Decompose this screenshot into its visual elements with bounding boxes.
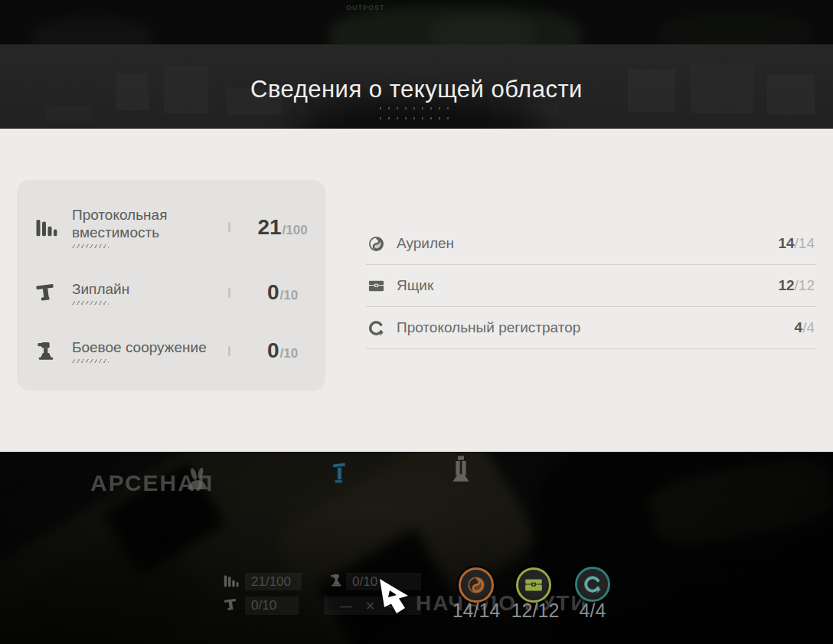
separator-tick — [228, 288, 230, 298]
dots-decoration — [380, 117, 453, 119]
badge-count: 4/4 — [580, 600, 606, 622]
list-item-value: 12 /12 — [778, 277, 815, 294]
count-current: 12 — [778, 277, 794, 294]
zipline-icon — [32, 279, 60, 306]
aurilen-icon — [466, 575, 486, 595]
rabbit-icon — [186, 467, 209, 496]
stat-value: 0 /10 — [240, 280, 325, 305]
list-item-value: 4 /4 — [795, 319, 815, 336]
collectible-list: Аурилен 14 /14 Ящик 12 — [366, 223, 816, 349]
list-item-label: Аурилен — [397, 235, 454, 252]
map-turret-marker — [449, 455, 473, 489]
hatch-decoration — [72, 359, 109, 363]
separator-tick — [228, 346, 230, 356]
count-current: 4 — [795, 319, 803, 336]
stat-label: Зиплайн — [72, 280, 214, 298]
map-terrain-blob — [31, 18, 153, 44]
stat-row-zipline: Зиплайн 0 /10 — [17, 279, 325, 306]
bar-chart-icon — [223, 573, 239, 592]
aurilen-icon — [366, 234, 386, 253]
badge-count: 14/14 — [452, 600, 501, 622]
turret-icon — [329, 573, 344, 590]
page-title: Сведения о текущей области — [0, 76, 833, 103]
hud-chip-value: 21/100 — [251, 574, 291, 590]
list-item-protocol-recorder[interactable]: Протокольный регистратор 4 /4 — [366, 307, 816, 349]
title-band: Сведения о текущей области — [0, 44, 833, 129]
stat-value-total: /100 — [283, 223, 308, 238]
separator-tick — [228, 222, 230, 232]
badge-aurilen[interactable] — [459, 567, 494, 603]
count-total: /12 — [795, 277, 815, 294]
chest-icon — [366, 276, 386, 296]
stat-row-combat-structure: Боевое сооружение 0 /10 — [17, 337, 325, 364]
recorder-icon — [366, 318, 386, 338]
glyph-decoration — [46, 106, 92, 123]
stat-label: Протокольная вместимость — [72, 206, 214, 241]
bar-chart-icon — [32, 214, 60, 241]
area-stats-card: Протокольная вместимость 21 /100 — [17, 180, 325, 391]
cursor-pointer-icon — [377, 578, 410, 617]
turret-icon — [32, 337, 60, 364]
stat-label: Боевое сооружение — [72, 338, 214, 356]
list-item-chest[interactable]: Ящик 12 /12 — [366, 265, 816, 307]
badge-chest[interactable] — [516, 567, 551, 603]
list-item-aurilen[interactable]: Аурилен 14 /14 — [366, 223, 816, 265]
hud-chip-value: 0/10 — [251, 598, 276, 613]
map-label-outpost: OUTPOST — [346, 4, 385, 11]
list-item-value: 14 /14 — [778, 235, 815, 252]
stat-value-total: /10 — [279, 346, 298, 361]
list-item-label: Ящик — [397, 277, 433, 294]
content-panel: Протокольная вместимость 21 /100 — [0, 129, 833, 452]
hud-chip-zipline: 0/10 — [245, 597, 299, 615]
dots-decoration — [380, 107, 453, 110]
map-zipline-marker — [332, 461, 347, 492]
hud-chip-protocol-capacity: 21/100 — [245, 573, 302, 590]
stat-value: 0 /10 — [240, 338, 325, 363]
badge-count: 12/12 — [511, 600, 560, 622]
bottom-map: АРСЕНАЛ — [0, 452, 833, 644]
stat-value-current: 0 — [267, 338, 279, 363]
hatch-decoration — [72, 244, 109, 248]
area-info-screen: OUTPOST Сведения о текущей области — [0, 0, 833, 644]
zipline-icon — [224, 597, 238, 615]
stat-value: 21 /100 — [240, 215, 325, 240]
badge-recorder[interactable] — [575, 567, 610, 602]
count-total: /4 — [802, 319, 815, 336]
stat-value-current: 0 — [267, 280, 279, 305]
list-item-label: Протокольный регистратор — [397, 319, 580, 336]
hud-chip-value: 0/10 — [352, 574, 377, 590]
chest-icon — [524, 575, 544, 595]
hatch-decoration — [72, 301, 109, 305]
stat-row-protocol-capacity: Протокольная вместимость 21 /100 — [17, 206, 325, 248]
count-total: /14 — [795, 235, 815, 252]
stat-value-total: /10 — [279, 288, 298, 303]
recorder-icon — [583, 574, 603, 594]
top-map-strip: OUTPOST — [0, 0, 833, 44]
map-terrain-blob — [429, 15, 536, 44]
count-current: 14 — [778, 235, 794, 252]
map-region-label: НАЧАЛО ПУТИ — [416, 591, 588, 616]
stat-value-current: 21 — [257, 215, 281, 240]
map-terrain-blob — [658, 14, 812, 44]
